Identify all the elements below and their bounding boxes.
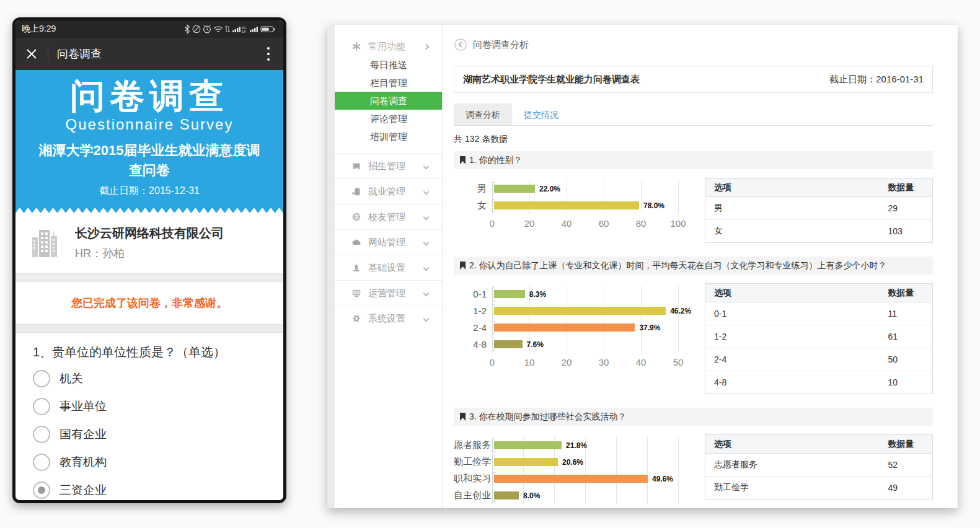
- radio-icon[interactable]: [33, 426, 50, 443]
- bar: [494, 185, 535, 193]
- sidebar-section-label: 就业管理: [368, 186, 405, 198]
- sidebar-item[interactable]: 栏目管理: [335, 74, 442, 92]
- sidebar-section[interactable]: 运营管理: [335, 280, 442, 306]
- phone-question-title: 1、贵单位的单位性质是？（单选）: [33, 344, 266, 360]
- sidebar-item[interactable]: 评论管理: [335, 110, 442, 128]
- clipboard-icon: [352, 187, 361, 196]
- chevron-down-icon: [423, 315, 430, 322]
- question-title: 1. 你的性别？: [469, 155, 523, 166]
- sidebar-item[interactable]: 问卷调查: [335, 92, 442, 110]
- survey-title-box: 湖南艺术职业学院学生就业能力问卷调查表 截止日期：2016-01-31: [454, 66, 933, 93]
- sidebar-section-label: 招生管理: [368, 161, 405, 172]
- bar-chart: 男22.0%女78.0%020406080100: [454, 178, 702, 243]
- gear-icon: [352, 314, 361, 323]
- question-body: 0-18.3%1-246.2%2-437.9%4-87.6%0102030405…: [454, 283, 933, 394]
- radio-icon[interactable]: [33, 454, 50, 471]
- category-label: 0-1: [454, 289, 492, 299]
- count-cell: 52: [888, 454, 933, 477]
- category-label: 1-2: [454, 306, 492, 316]
- sidebar-section[interactable]: 招生管理: [335, 153, 442, 178]
- table-row: 勤工俭学49: [705, 477, 933, 499]
- x-axis: 0102030405060: [492, 504, 678, 508]
- bar-track: 21.8%: [492, 437, 678, 454]
- data-table: 选项数据量男29女103: [705, 178, 933, 243]
- sidebar-section[interactable]: 就业管理: [335, 178, 442, 204]
- bar-chart: 0-18.3%1-246.2%2-437.9%4-87.6%0102030405…: [454, 283, 702, 394]
- value-label: 20.6%: [562, 458, 583, 467]
- close-icon[interactable]: [25, 48, 38, 60]
- radio-option[interactable]: 事业单位: [33, 397, 266, 416]
- bookmark-icon: [460, 262, 466, 270]
- svg-text:1X: 1X: [242, 30, 246, 33]
- globe-icon: [352, 213, 361, 221]
- data-table: 选项数据量志愿者服务52勤工俭学49: [705, 434, 933, 499]
- phone-panel: 晚上9:29 4G1X: [12, 17, 286, 503]
- sidebar-section[interactable]: 基础设置: [335, 255, 442, 280]
- canvas: 晚上9:29 4G1X: [0, 0, 980, 528]
- plot-area: 男22.0%女78.0%020406080100: [454, 180, 678, 229]
- chevron-down-icon: [423, 163, 430, 169]
- value-label: 8.0%: [523, 491, 540, 500]
- company-name: 长沙云研网络科技有限公司: [75, 225, 224, 242]
- sidebar-item[interactable]: 每日推送: [335, 56, 442, 74]
- option-cell: 志愿者服务: [705, 454, 888, 477]
- bar-row: 1-246.2%: [454, 302, 678, 319]
- table-row: 4-810: [705, 371, 933, 394]
- radio-option-label: 机关: [60, 371, 83, 387]
- survey-deadline: 截止日期：2016-01-31: [829, 74, 924, 86]
- radio-selected-icon[interactable]: [33, 482, 50, 499]
- table-header-count: 数据量: [888, 284, 933, 302]
- sidebar-item[interactable]: 培训管理: [335, 128, 442, 146]
- left-strip: [327, 25, 335, 508]
- bar-track: 20.6%: [492, 454, 678, 470]
- signal-bars-icon: [250, 27, 258, 32]
- category-label: 4-8: [454, 339, 492, 350]
- bar-track: 8.0%: [492, 487, 678, 504]
- option-cell: 勤工俭学: [705, 477, 888, 499]
- value-label: 22.0%: [539, 185, 560, 193]
- bar: [494, 491, 519, 499]
- sidebar-group-common[interactable]: 常用功能: [335, 37, 442, 56]
- value-label: 37.9%: [639, 323, 660, 332]
- tab-submissions[interactable]: 提交情况: [512, 103, 570, 125]
- menu-dots-icon[interactable]: [263, 43, 273, 65]
- sidebar-section[interactable]: 网站管理: [335, 229, 442, 255]
- bar-row: 职和实习49.6%: [454, 470, 678, 487]
- radio-option[interactable]: 机关: [33, 369, 266, 388]
- sidebar-section[interactable]: 校友管理: [335, 204, 442, 229]
- plot-area: 愿者服务21.8%勤工俭学20.6%职和实习49.6%自主创业8.0%01020…: [454, 437, 678, 508]
- radio-option[interactable]: 国有企业: [33, 425, 266, 444]
- bar-row: 男22.0%: [454, 180, 678, 197]
- category-label: 女: [454, 200, 492, 211]
- monitor-icon: [352, 289, 361, 297]
- admin-panel: 常用功能 每日推送栏目管理问卷调查评论管理培训管理 招生管理就业管理校友管理网站…: [327, 25, 958, 508]
- battery-icon: [261, 27, 275, 32]
- table-row: 0-111: [705, 302, 933, 325]
- phone-survey-title: 湘潭大学2015届毕业生就业满意度调查问卷: [15, 141, 283, 180]
- nav-bar: 问卷调查: [15, 38, 283, 70]
- value-label: 49.6%: [652, 475, 673, 483]
- question-body: 男22.0%女78.0%020406080100选项数据量男29女103: [454, 178, 933, 243]
- page-title: 问卷调查分析: [473, 39, 529, 51]
- table-row: 1-261: [705, 325, 933, 348]
- radio-option[interactable]: 三资企业: [33, 481, 266, 499]
- company-card: 长沙云研网络科技有限公司 HR：孙柏: [15, 213, 283, 273]
- question-banner: 3. 你在校期间参加过哪些社会实践活动？: [454, 408, 933, 426]
- radio-option[interactable]: 教育机构: [33, 453, 266, 472]
- table-row: 2-450: [705, 348, 933, 371]
- value-label: 78.0%: [643, 201, 664, 210]
- sidebar-section[interactable]: 系统设置: [335, 306, 442, 331]
- phone-survey-deadline: 截止日期：2015-12-31: [15, 184, 283, 198]
- radio-icon[interactable]: [33, 398, 50, 415]
- value-label: 8.3%: [529, 290, 546, 299]
- back-button[interactable]: [454, 38, 467, 51]
- thanks-message: 您已完成了该问卷，非常感谢。: [15, 282, 283, 324]
- tabs: 调查分析 提交情况: [454, 103, 933, 126]
- radio-option-label: 事业单位: [60, 398, 107, 415]
- tab-analysis[interactable]: 调查分析: [454, 103, 512, 125]
- chevron-right-icon: [423, 43, 430, 50]
- radio-icon[interactable]: [33, 370, 50, 387]
- main-content: 问卷调查分析 湖南艺术职业学院学生就业能力问卷调查表 截止日期：2016-01-…: [443, 25, 958, 508]
- page-header: 问卷调查分析: [454, 37, 933, 52]
- bar-track: 37.9%: [492, 319, 678, 336]
